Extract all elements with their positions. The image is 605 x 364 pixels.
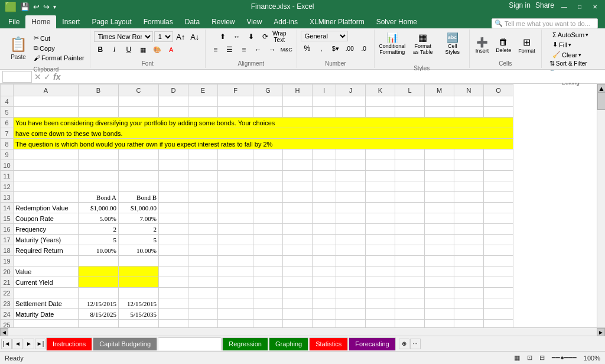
cell-9-E[interactable] [188,150,218,160]
tab-solver[interactable]: Solver Home [370,15,423,28]
cell-16-I[interactable] [313,224,336,235]
cell-21-J[interactable] [336,277,366,288]
cell-20-O[interactable] [484,266,513,277]
cell-15-M[interactable] [425,213,454,224]
conditional-formatting-button[interactable]: 📊 Conditional Formatting [378,31,406,64]
cell-16-D[interactable] [159,224,188,235]
sign-in-link[interactable]: Sign in [509,1,531,12]
cell-19-J[interactable] [336,256,366,266]
cell-15-H[interactable] [283,213,313,224]
cell-20-K[interactable] [366,266,395,277]
description-line-3[interactable]: The question is which bond would you rat… [14,139,513,150]
cell-5-M[interactable] [425,107,454,118]
cell-17-B[interactable]: 5 [79,235,119,245]
tab-file[interactable]: File [2,15,25,28]
cell-17-M[interactable] [425,235,454,245]
cell-22-A[interactable] [14,288,79,298]
description-line-1[interactable]: You have been considering diversifying y… [14,118,513,128]
formula-input[interactable] [63,71,603,83]
cell-21-N[interactable] [454,277,484,288]
cell-18-O[interactable] [484,245,513,256]
bold-button[interactable]: B [94,44,107,56]
cell-9-J[interactable] [336,150,366,160]
cell-5-H[interactable] [283,107,313,118]
delete-button[interactable]: 🗑 Delete [493,35,513,54]
cell-23-I[interactable] [313,298,336,309]
cell-4-C[interactable] [119,96,159,107]
tab-more-button[interactable]: ··· [410,339,421,349]
cell-16-M[interactable] [425,224,454,235]
cell-10-L[interactable] [395,160,425,171]
cell-15-F[interactable] [218,213,253,224]
align-right-button[interactable]: ≡ [238,44,251,56]
cell-23-D[interactable] [159,298,188,309]
cell-9-C[interactable] [119,150,159,160]
underline-button[interactable]: U [122,44,135,56]
maximize-button[interactable]: □ [574,1,585,12]
cell-24-M[interactable] [425,309,454,320]
cell-17-N[interactable] [454,235,484,245]
cell-15-E[interactable] [188,213,218,224]
share-button[interactable]: Share [535,1,554,12]
cell-18-E[interactable] [188,245,218,256]
cell-4-F[interactable] [218,96,253,107]
cell-21-L[interactable] [395,277,425,288]
cell-24-J[interactable] [336,309,366,320]
cell-12-J[interactable] [336,181,366,192]
cell-16-G[interactable] [253,224,283,235]
cell-10-E[interactable] [188,160,218,171]
wrap-text-button[interactable]: Wrap Text [273,31,286,43]
cell-23-B[interactable]: 12/15/2015 [79,298,119,309]
cell-5-F[interactable] [218,107,253,118]
cell-9-L[interactable] [395,150,425,160]
col-header-c[interactable]: C [119,84,159,96]
cell-4-L[interactable] [395,96,425,107]
cell-11-C[interactable] [119,171,159,181]
cell-5-I[interactable] [313,107,336,118]
sheet-view-break[interactable]: ⊟ [539,354,545,362]
border-button[interactable]: ▦ [136,44,149,56]
cell-4-A[interactable] [14,96,79,107]
cell-9-N[interactable] [454,150,484,160]
sheet-tab-forecasting[interactable]: Forecasting [349,337,395,350]
cell-10-D[interactable] [159,160,188,171]
cell-16-O[interactable] [484,224,513,235]
cell-14-K[interactable] [366,203,395,213]
cell-11-A[interactable] [14,171,79,181]
cell-23-C[interactable]: 12/15/2015 [119,298,159,309]
cell-14-L[interactable] [395,203,425,213]
cell-22-E[interactable] [188,288,218,298]
cell-23-G[interactable] [253,298,283,309]
cell-4-E[interactable] [188,96,218,107]
cell-reference-box[interactable] [2,71,32,83]
cell-18-H[interactable] [283,245,313,256]
cell-12-K[interactable] [366,181,395,192]
horizontal-scroll-track[interactable] [8,328,597,336]
cell-25-O[interactable] [484,320,513,328]
cell-24-N[interactable] [454,309,484,320]
col-header-e[interactable]: E [188,84,218,96]
cell-18-C[interactable]: 10.00% [119,245,159,256]
cell-19-B[interactable] [79,256,119,266]
decrease-decimal-button[interactable]: .0 [357,43,370,54]
cell-25-H[interactable] [283,320,313,328]
cell-12-N[interactable] [454,181,484,192]
ribbon-search[interactable]: 🔍 Tell me what you want to do... [492,18,598,28]
cell-14-C[interactable]: $1,000.00 [119,203,159,213]
tab-view[interactable]: View [241,15,268,28]
cell-11-H[interactable] [283,171,313,181]
cell-25-L[interactable] [395,320,425,328]
vertical-scrollbar[interactable]: ▲ [597,84,605,327]
cell-17-O[interactable] [484,235,513,245]
minimize-button[interactable]: — [559,1,570,12]
scroll-left-button[interactable]: ◄ [0,328,8,336]
cell-10-F[interactable] [218,160,253,171]
cell-15-A[interactable]: Coupon Rate [14,213,79,224]
font-size-select[interactable]: 12 [154,31,173,42]
cell-23-A[interactable]: Settlement Date [14,298,79,309]
clear-button[interactable]: 🧹 Clear ▾ [551,50,583,59]
cell-10-H[interactable] [283,160,313,171]
cell-21-C[interactable] [119,277,159,288]
sheet-tab-capital-budgeting[interactable]: Capital Budgeting [93,337,157,350]
cell-22-B[interactable] [79,288,119,298]
